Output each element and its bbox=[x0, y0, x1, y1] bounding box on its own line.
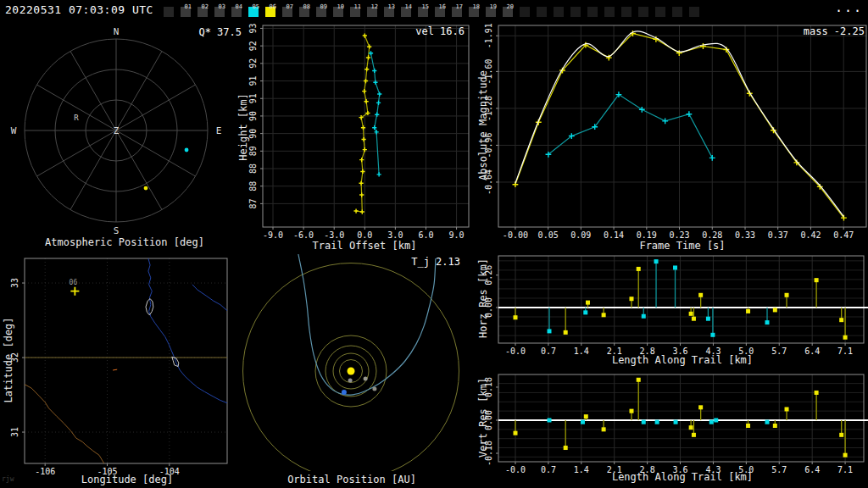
frame-box-number: 01 bbox=[185, 3, 192, 10]
tick-labels: -9.0-6.0-3.00.03.06.09.09392929191909089… bbox=[248, 24, 465, 240]
frame-box-05[interactable]: 05 bbox=[248, 7, 259, 17]
orbital-caption: Orbital Position [AU] bbox=[242, 474, 462, 485]
residual-point-yellow bbox=[514, 315, 518, 319]
svg-text:7.1: 7.1 bbox=[837, 347, 853, 354]
residual-point-yellow bbox=[630, 409, 634, 413]
residual-point-yellow bbox=[514, 431, 518, 435]
frame-box-pos-28[interactable] bbox=[638, 7, 648, 17]
overflow-menu-button[interactable]: ... bbox=[835, 0, 863, 15]
frame-box-pos-24[interactable] bbox=[570, 7, 581, 17]
frame-box-pos-22[interactable] bbox=[537, 7, 547, 17]
svg-text:88: 88 bbox=[248, 164, 258, 174]
svg-text:0.33: 0.33 bbox=[735, 230, 755, 240]
track-segment bbox=[113, 369, 117, 370]
svg-text:90: 90 bbox=[248, 129, 258, 139]
atmospheric-caption: Atmospheric Position [deg] bbox=[7, 236, 242, 248]
residual-point-cyan bbox=[714, 418, 718, 422]
svg-text:0.09: 0.09 bbox=[570, 230, 591, 240]
frame-box-pos-0[interactable] bbox=[164, 7, 174, 17]
frame-box-pos-29[interactable] bbox=[655, 7, 665, 17]
frame-box-pos-31[interactable] bbox=[689, 7, 699, 17]
frame-box-pos-21[interactable] bbox=[520, 7, 530, 17]
frame-box-pos-26[interactable] bbox=[604, 7, 615, 17]
frame-box-11[interactable]: 11 bbox=[350, 7, 360, 17]
frame-box-01[interactable]: 01 bbox=[181, 7, 191, 17]
planet-venus bbox=[364, 377, 368, 381]
frame-box-17[interactable]: 17 bbox=[452, 7, 462, 17]
tick-labels: -0.00.71.42.12.83.64.35.05.76.47.1-0.180… bbox=[484, 377, 853, 473]
residual-point-cyan bbox=[709, 420, 714, 424]
frame-box-pos-30[interactable] bbox=[672, 7, 682, 17]
svg-text:0.14: 0.14 bbox=[604, 230, 624, 240]
residual-point-cyan bbox=[548, 418, 552, 422]
frame-box-04[interactable]: 04 bbox=[231, 7, 242, 17]
frame-box-20[interactable]: 20 bbox=[503, 7, 513, 17]
station-05-trail bbox=[369, 51, 381, 176]
frame-box-10[interactable]: 10 bbox=[333, 7, 343, 17]
residual-point-yellow bbox=[843, 453, 848, 458]
frame-box-pos-25[interactable] bbox=[587, 7, 598, 17]
svg-text:92: 92 bbox=[248, 58, 258, 69]
svg-text:90: 90 bbox=[248, 111, 258, 121]
tick-labels: -0.00.71.42.12.83.64.35.05.76.47.10.000.… bbox=[484, 265, 853, 354]
svg-text:N: N bbox=[114, 26, 120, 37]
svg-text:6.4: 6.4 bbox=[804, 347, 820, 354]
trail-x-axis-label: Trail Offset [km] bbox=[263, 240, 466, 252]
frame-time-x-axis-label: Frame Time [s] bbox=[500, 240, 865, 252]
horz-res-y-axis-label: Horz Res [km] bbox=[477, 258, 489, 338]
frame-box-number: 17 bbox=[456, 3, 463, 10]
svg-text:Z: Z bbox=[114, 125, 120, 136]
frame-box-number: 04 bbox=[236, 3, 242, 10]
residual-point-yellow bbox=[637, 378, 641, 382]
svg-text:0.42: 0.42 bbox=[800, 230, 821, 240]
frame-box-12[interactable]: 12 bbox=[367, 7, 377, 17]
tick-labels: -0.000.050.090.140.190.230.280.330.370.4… bbox=[484, 24, 854, 240]
svg-text:-1.91: -1.91 bbox=[484, 24, 493, 48]
frame-box-18[interactable]: 18 bbox=[469, 7, 479, 17]
frame-box-number: 05 bbox=[253, 3, 259, 10]
velocity-label: vel 16.6 bbox=[356, 25, 465, 37]
tisserand-label: T_j 2.13 bbox=[339, 256, 460, 268]
planet-mars bbox=[372, 387, 376, 391]
horz-res-x-axis-label: Length Along Trail [km] bbox=[500, 354, 865, 366]
frame-box-19[interactable]: 19 bbox=[486, 7, 496, 17]
residual-point-cyan bbox=[655, 420, 659, 424]
residual-point-yellow bbox=[689, 425, 693, 430]
svg-text:-6.0: -6.0 bbox=[293, 230, 314, 240]
mass-label: mass -2.25 bbox=[746, 25, 865, 37]
frame-box-03[interactable]: 03 bbox=[214, 7, 225, 17]
grid bbox=[263, 25, 469, 227]
svg-text:S: S bbox=[114, 225, 120, 236]
frame-box-number: 06 bbox=[270, 3, 276, 10]
svg-text:9.0: 9.0 bbox=[449, 230, 465, 240]
frame-box-08[interactable]: 08 bbox=[299, 7, 309, 17]
frame-box-pos-23[interactable] bbox=[554, 7, 564, 17]
residual-point-yellow bbox=[839, 318, 843, 322]
residual-point-cyan bbox=[765, 320, 770, 324]
frame-box-13[interactable]: 13 bbox=[384, 7, 394, 17]
svg-text:31: 31 bbox=[10, 427, 19, 437]
vert-res-x-axis-label: Length Along Trail [km] bbox=[500, 471, 865, 483]
planet-orbits bbox=[243, 263, 459, 472]
frame-box-02[interactable]: 02 bbox=[198, 7, 208, 17]
frame-box-pos-27[interactable] bbox=[621, 7, 632, 17]
svg-text:89: 89 bbox=[248, 146, 258, 156]
svg-text:-9.0: -9.0 bbox=[263, 230, 283, 240]
planet-mercury bbox=[348, 379, 353, 383]
frame-box-16[interactable]: 16 bbox=[435, 7, 445, 17]
svg-text:0.19: 0.19 bbox=[637, 230, 657, 240]
frame-box-06[interactable]: 06 bbox=[265, 7, 275, 17]
meteor-analysis-dashboard: 20220531 07:03:09 UTC 010203040506070809… bbox=[0, 0, 868, 488]
vert-res-y-axis-label: Vert Res [km] bbox=[477, 378, 489, 458]
svg-text:0.37: 0.37 bbox=[768, 230, 788, 240]
residual-point-yellow bbox=[773, 308, 777, 312]
frame-box-14[interactable]: 14 bbox=[401, 7, 411, 17]
frame-box-15[interactable]: 15 bbox=[418, 7, 428, 17]
svg-text:91: 91 bbox=[248, 93, 258, 103]
frame-box-number: 19 bbox=[490, 3, 497, 10]
frame-box-09[interactable]: 09 bbox=[316, 7, 326, 17]
frame-box-number: 18 bbox=[473, 3, 480, 10]
frame-box-07[interactable]: 07 bbox=[282, 7, 292, 17]
light-curve-plot: -0.000.050.090.140.190.230.280.330.370.4… bbox=[475, 24, 868, 240]
frame-box-number: 08 bbox=[303, 3, 310, 10]
